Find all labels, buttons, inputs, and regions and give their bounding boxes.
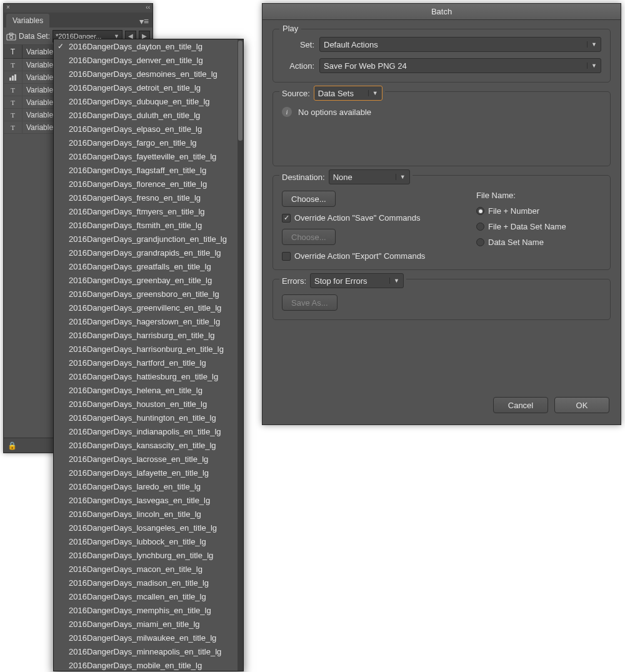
batch-dialog: Batch Play Set: Default Actions ▼ Action… (262, 3, 621, 425)
dataset-option[interactable]: 2016DangerDays_greenbay_en_title_lg (54, 273, 243, 287)
lock-icon[interactable]: 🔒 (8, 441, 17, 450)
dataset-option[interactable]: 2016DangerDays_hagerstown_en_title_lg (54, 314, 243, 328)
cancel-button[interactable]: Cancel (493, 397, 548, 413)
choose-dest-button[interactable]: Choose... (282, 191, 336, 207)
dataset-option[interactable]: 2016DangerDays_grandjunction_en_title_lg (54, 232, 243, 246)
set-label: Set: (282, 40, 314, 49)
errors-combo[interactable]: Stop for Errors ▼ (310, 273, 404, 288)
info-icon: i (282, 107, 292, 117)
filename-option-label: Data Set Name (488, 238, 544, 247)
dataset-option[interactable]: 2016DangerDays_fargo_en_title_lg (54, 136, 243, 149)
radio-icon (476, 207, 484, 215)
play-legend: Play (279, 24, 301, 33)
dataset-option[interactable]: 2016DangerDays_detroit_en_title_lg (54, 81, 243, 94)
source-label: Source: (282, 89, 310, 98)
dialog-title: Batch (262, 4, 621, 20)
dataset-option[interactable]: 2016DangerDays_harrisburg_en_title_lg (54, 328, 243, 342)
dataset-option[interactable]: 2016DangerDays_hartford_en_title_lg (54, 356, 243, 369)
dataset-option[interactable]: 2016DangerDays_greensboro_en_title_lg (54, 287, 243, 301)
dataset-option[interactable]: 2016DangerDays_memphis_en_title_lg (54, 603, 243, 617)
dataset-option[interactable]: 2016DangerDays_mobile_en_title_lg (54, 658, 243, 671)
destination-combo[interactable]: None ▼ (329, 169, 410, 184)
dataset-option[interactable]: 2016DangerDays_harrisonburg_en_title_lg (54, 342, 243, 356)
dataset-dropdown[interactable]: 2016DangerDays_dayton_en_title_lg2016Dan… (53, 39, 244, 671)
dataset-option[interactable]: 2016DangerDays_houston_en_title_lg (54, 397, 243, 411)
dataset-option[interactable]: 2016DangerDays_lafayette_en_title_lg (54, 466, 243, 479)
dataset-option[interactable]: 2016DangerDays_lynchburg_en_title_lg (54, 548, 243, 562)
dataset-option[interactable]: 2016DangerDays_kansascity_en_title_lg (54, 438, 243, 452)
dataset-option[interactable]: 2016DangerDays_hattiesburg_en_title_lg (54, 369, 243, 383)
choose-export-button: Choose... (282, 229, 336, 245)
close-icon[interactable]: × (6, 4, 10, 13)
text-icon: T (4, 96, 22, 108)
dataset-option[interactable]: 2016DangerDays_lubbock_en_title_lg (54, 534, 243, 548)
chevron-down-icon: ▼ (389, 278, 399, 284)
set-combo[interactable]: Default Actions ▼ (319, 37, 601, 52)
errors-group: Errors: Stop for Errors ▼ Save As... (272, 279, 611, 320)
panel-menu-icon[interactable]: ▾≡ (136, 15, 152, 28)
override-save-checkbox[interactable]: Override Action "Save" Commands (282, 213, 476, 223)
dataset-option[interactable]: 2016DangerDays_laredo_en_title_lg (54, 479, 243, 493)
text-icon: T (4, 84, 22, 96)
dataset-option[interactable]: 2016DangerDays_miami_en_title_lg (54, 617, 243, 631)
panel-topbar: × ‹‹ (4, 4, 152, 13)
override-export-checkbox[interactable]: Override Action "Export" Commands (282, 251, 476, 261)
radio-icon (476, 223, 484, 231)
dataset-option[interactable]: 2016DangerDays_mcallen_en_title_lg (54, 589, 243, 603)
dataset-option[interactable]: 2016DangerDays_indianapolis_en_title_lg (54, 424, 243, 438)
dataset-option[interactable]: 2016DangerDays_lacrosse_en_title_lg (54, 452, 243, 466)
dataset-label: Data Set: (19, 32, 50, 41)
text-icon: T (4, 121, 22, 133)
dataset-option[interactable]: 2016DangerDays_florence_en_title_lg (54, 177, 243, 191)
radio-icon (476, 238, 484, 246)
chevron-down-icon: ▼ (368, 90, 378, 96)
dataset-option[interactable]: 2016DangerDays_flagstaff_en_title_lg (54, 163, 243, 177)
panel-tab-row: Variables ▾≡ (4, 13, 152, 28)
camera-icon[interactable] (6, 32, 16, 41)
errors-label: Errors: (282, 276, 306, 286)
ok-button[interactable]: OK (554, 397, 609, 413)
collapse-icon[interactable]: ‹‹ (146, 4, 150, 13)
dataset-option[interactable]: 2016DangerDays_ftsmith_en_title_lg (54, 218, 243, 232)
dataset-option[interactable]: 2016DangerDays_lincoln_en_title_lg (54, 507, 243, 521)
filename-column: File Name: File + NumberFile + Data Set … (476, 191, 601, 261)
dataset-option[interactable]: 2016DangerDays_fayetteville_en_title_lg (54, 149, 243, 163)
destination-value: None (333, 173, 396, 182)
dataset-option[interactable]: 2016DangerDays_minneapolis_en_title_lg (54, 644, 243, 658)
dataset-option[interactable]: 2016DangerDays_milwaukee_en_title_lg (54, 631, 243, 644)
filename-radio[interactable]: File + Data Set Name (476, 222, 601, 231)
scrollbar-thumb[interactable] (238, 41, 242, 141)
tab-variables[interactable]: Variables (6, 14, 49, 28)
filename-option-label: File + Number (488, 206, 539, 216)
dataset-option[interactable]: 2016DangerDays_helena_en_title_lg (54, 383, 243, 397)
dataset-option[interactable]: 2016DangerDays_dayton_en_title_lg (54, 39, 243, 53)
svg-rect-3 (9, 78, 11, 81)
dataset-option[interactable]: 2016DangerDays_macon_en_title_lg (54, 562, 243, 576)
dataset-option[interactable]: 2016DangerDays_duluth_en_title_lg (54, 108, 243, 122)
dataset-option[interactable]: 2016DangerDays_huntington_en_title_lg (54, 411, 243, 424)
svg-point-2 (10, 36, 13, 39)
dataset-option[interactable]: 2016DangerDays_lasvegas_en_title_lg (54, 493, 243, 507)
dataset-option[interactable]: 2016DangerDays_madison_en_title_lg (54, 576, 243, 589)
dropdown-scrollbar[interactable] (238, 39, 243, 671)
dataset-option[interactable]: 2016DangerDays_grandrapids_en_title_lg (54, 246, 243, 259)
dataset-option[interactable]: 2016DangerDays_greenvillenc_en_title_lg (54, 301, 243, 314)
set-value: Default Actions (324, 40, 587, 49)
dataset-option[interactable]: 2016DangerDays_ftmyers_en_title_lg (54, 204, 243, 218)
dataset-option[interactable]: 2016DangerDays_fresno_en_title_lg (54, 191, 243, 204)
destination-group: Destination: None ▼ Choose... Override A… (272, 175, 611, 270)
type-column-header: T (4, 45, 22, 58)
dataset-option[interactable]: 2016DangerDays_denver_en_title_lg (54, 53, 243, 67)
action-label: Action: (282, 61, 314, 71)
dataset-option[interactable]: 2016DangerDays_greatfalls_en_title_lg (54, 259, 243, 273)
action-value: Save For Web PNG 24 (324, 61, 587, 71)
dataset-option[interactable]: 2016DangerDays_dubuque_en_title_lg (54, 94, 243, 108)
action-combo[interactable]: Save For Web PNG 24 ▼ (319, 58, 601, 73)
checkbox-icon (282, 214, 291, 223)
source-combo[interactable]: Data Sets ▼ (314, 86, 382, 101)
filename-radio[interactable]: File + Number (476, 206, 601, 216)
dataset-option[interactable]: 2016DangerDays_losangeles_en_title_lg (54, 521, 243, 534)
dataset-option[interactable]: 2016DangerDays_desmoines_en_title_lg (54, 67, 243, 81)
filename-radio[interactable]: Data Set Name (476, 238, 601, 247)
dataset-option[interactable]: 2016DangerDays_elpaso_en_title_lg (54, 122, 243, 136)
